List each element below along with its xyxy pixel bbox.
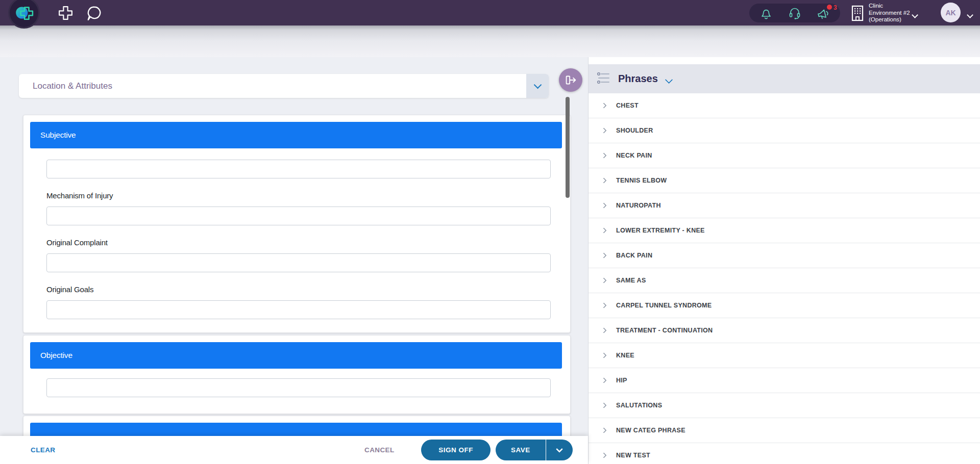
phrases-list-icon: [597, 71, 611, 87]
original-complaint-label: Original Complaint: [46, 238, 108, 247]
cancel-button[interactable]: CANCEL: [364, 436, 395, 464]
sign-off-button[interactable]: SIGN OFF: [421, 440, 491, 460]
section-header-objective: Objective: [30, 342, 562, 369]
chevron-right-icon: [601, 302, 606, 308]
user-menu-chevron-down-icon[interactable]: [968, 10, 972, 19]
phrase-row-chest[interactable]: CHEST: [589, 93, 980, 118]
phrase-row-hip[interactable]: HIP: [589, 368, 980, 393]
objective-input[interactable]: [46, 378, 551, 397]
save-button[interactable]: SAVE: [496, 440, 546, 460]
chevron-right-icon: [601, 127, 606, 133]
chevron-right-icon: [601, 377, 606, 383]
chevron-down-icon: [665, 75, 673, 84]
section-card-subjective: Subjective Mechanism of Injury Original …: [23, 115, 571, 333]
phrase-row-naturopath[interactable]: NATUROPATH: [589, 193, 980, 218]
clinic-environment-selector[interactable]: Clinic Environment #2 (Operations): [869, 3, 910, 23]
phrase-row-shoulder[interactable]: SHOULDER: [589, 118, 980, 143]
new-item-plus-icon[interactable]: [57, 5, 74, 23]
chevron-down-icon: [533, 81, 542, 89]
phrase-row-same-as[interactable]: SAME AS: [589, 268, 980, 293]
chevron-right-icon: [601, 352, 606, 358]
chevron-right-icon: [601, 327, 606, 333]
modal-header: New Web Form (Sandler Adam ): [0, 25, 980, 57]
save-options-button[interactable]: [546, 440, 573, 460]
phrase-row-neck-pain[interactable]: NECK PAIN: [589, 143, 980, 168]
phrase-row-back-pain[interactable]: BACK PAIN: [589, 243, 980, 268]
chevron-right-icon: [601, 402, 606, 408]
phrase-label: CARPEL TUNNEL SYNDROME: [616, 302, 712, 309]
phrase-label: HIP: [616, 377, 627, 384]
notification-badge-dot: [827, 5, 832, 10]
original-complaint-input[interactable]: [46, 253, 551, 272]
chevron-right-icon: [601, 252, 606, 258]
phrase-label: NECK PAIN: [616, 152, 652, 159]
phrases-collapse-chevron[interactable]: [666, 75, 672, 85]
bell-icon: [760, 7, 773, 20]
phrase-label: TREATMENT - CONTINUATION: [616, 327, 713, 334]
subjective-input[interactable]: [46, 160, 551, 178]
clinic-line-3: (Operations): [869, 16, 910, 23]
clear-button[interactable]: CLEAR: [31, 436, 56, 464]
chevron-right-icon: [601, 102, 606, 108]
phrase-row-tennis-elbow[interactable]: TENNIS ELBOW: [589, 168, 980, 193]
form-action-bar: CLEAR CANCEL SIGN OFF SAVE: [0, 436, 588, 464]
phrase-row-treatment-continuation[interactable]: TREATMENT - CONTINUATION: [589, 318, 980, 343]
phrase-label: NEW CATEG PHRASE: [616, 427, 685, 434]
building-icon: [850, 5, 865, 22]
clinic-plus-logo-icon: [14, 3, 34, 22]
phrase-label: CHEST: [616, 102, 639, 109]
chevron-right-icon: [601, 427, 606, 433]
plus-cross-icon: [57, 5, 74, 21]
form-scrollbar-thumb[interactable]: [566, 97, 570, 198]
phrases-list: CHEST SHOULDER NECK PAIN TENNIS ELBOW NA…: [589, 93, 980, 464]
phrase-label: BACK PAIN: [616, 252, 652, 259]
notifications-bell-icon[interactable]: [760, 7, 773, 20]
support-headset-icon[interactable]: [788, 7, 801, 20]
location-attributes-label: Location & Attributes: [33, 74, 112, 98]
phrase-row-lower-extremity-knee[interactable]: LOWER EXTREMITY - KNEE: [589, 218, 980, 243]
phrases-title: Phrases: [618, 73, 658, 85]
chevron-right-icon: [601, 277, 606, 283]
phrase-label: NATUROPATH: [616, 202, 661, 209]
phrase-label: KNEE: [616, 352, 634, 359]
collapse-panel-button[interactable]: [559, 68, 582, 92]
phrase-label: SHOULDER: [616, 127, 653, 134]
user-avatar[interactable]: AK: [941, 3, 961, 22]
phrase-label: LOWER EXTREMITY - KNEE: [616, 227, 705, 234]
top-navigation-bar: 3 Clinic Environment #2 (Operations) AK: [0, 0, 980, 25]
chevron-right-icon: [601, 202, 606, 208]
phrases-header: Phrases: [589, 64, 980, 93]
announcements-megaphone-icon[interactable]: 3: [817, 7, 830, 20]
phrases-panel: Phrases CHEST SHOULDER NECK PAIN TENNIS …: [588, 57, 980, 464]
phrase-label: TENNIS ELBOW: [616, 177, 667, 184]
location-dropdown-caret[interactable]: [526, 74, 549, 98]
phrase-row-new-categ-phrase[interactable]: NEW CATEG PHRASE: [589, 418, 980, 443]
chat-bubble-icon: [86, 5, 103, 22]
phrase-label: SAME AS: [616, 277, 646, 284]
chevron-right-icon: [601, 152, 606, 158]
topbar-icon-group: 3: [749, 4, 840, 22]
clinic-chevron-down-icon[interactable]: [913, 10, 917, 19]
headset-icon: [788, 7, 801, 20]
clinic-line-2: Environment #2: [869, 10, 910, 17]
save-split-button: SAVE: [496, 440, 573, 460]
clinic-line-1: Clinic: [869, 3, 910, 10]
phrase-row-carpel-tunnel-syndrome[interactable]: CARPEL TUNNEL SYNDROME: [589, 293, 980, 318]
mechanism-of-injury-label: Mechanism of Injury: [46, 191, 113, 200]
clinic-building-icon[interactable]: [850, 5, 865, 24]
phrase-label: SALUTATIONS: [616, 402, 662, 409]
phrase-row-salutations[interactable]: SALUTATIONS: [589, 393, 980, 418]
location-attributes-dropdown[interactable]: Location & Attributes: [19, 74, 549, 98]
original-goals-input[interactable]: [46, 300, 551, 319]
phrase-row-new-test[interactable]: NEW TEST: [589, 443, 980, 464]
panel-exit-arrow-icon: [564, 73, 578, 87]
phrase-row-knee[interactable]: KNEE: [589, 343, 980, 368]
original-goals-label: Original Goals: [46, 285, 93, 294]
mechanism-of-injury-input[interactable]: [46, 207, 551, 225]
chevron-right-icon: [601, 227, 606, 233]
chevron-right-icon: [601, 177, 606, 183]
phrase-label: NEW TEST: [616, 452, 650, 459]
section-header-subjective: Subjective: [30, 122, 562, 148]
app-screen: 3 Clinic Environment #2 (Operations) AK: [0, 0, 980, 464]
messages-chat-icon[interactable]: [86, 5, 103, 24]
